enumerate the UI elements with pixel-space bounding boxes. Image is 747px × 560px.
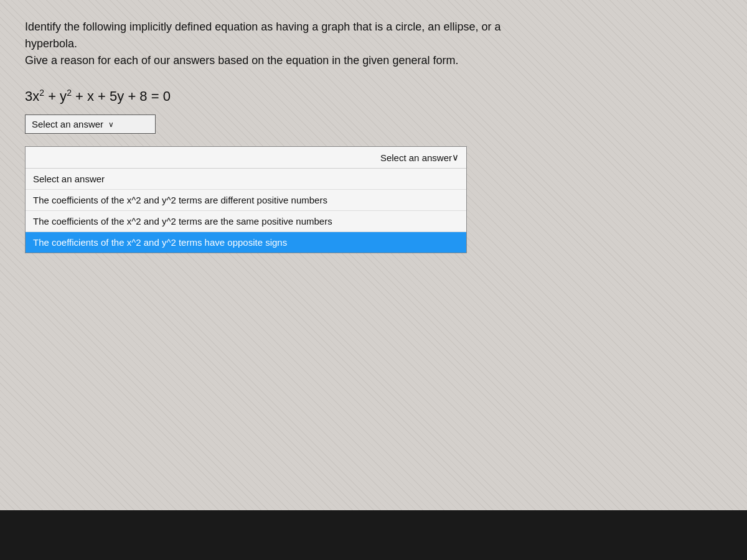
question-line1: Identify the following implicitly define… bbox=[25, 21, 500, 33]
dropdown-item-2-text: The coefficients of the x^2 and y^2 term… bbox=[33, 216, 332, 226]
dropdown-item-2[interactable]: The coefficients of the x^2 and y^2 term… bbox=[26, 211, 466, 232]
dropdown-item-3-text: The coefficients of the x^2 and y^2 term… bbox=[33, 237, 287, 248]
dropdown-item-1-text: The coefficients of the x^2 and y^2 term… bbox=[33, 195, 327, 205]
dropdown-header-row[interactable]: Select an answer ∨ bbox=[26, 147, 466, 169]
select-answer-label: Select an answer bbox=[32, 119, 103, 129]
dropdown-item-0[interactable]: Select an answer bbox=[26, 169, 466, 190]
chevron-down-icon: ∨ bbox=[108, 120, 114, 129]
question-line2: hyperbola. bbox=[25, 37, 77, 50]
question-text: Identify the following implicitly define… bbox=[25, 19, 722, 69]
dropdown-menu: Select an answer ∨ Select an answer The … bbox=[25, 146, 467, 253]
dropdown-item-1[interactable]: The coefficients of the x^2 and y^2 term… bbox=[26, 190, 466, 211]
main-content: Identify the following implicitly define… bbox=[0, 0, 747, 510]
dropdown-header-chevron: ∨ bbox=[452, 152, 459, 163]
select-answer-button[interactable]: Select an answer ∨ bbox=[25, 114, 156, 134]
dropdown-item-3-selected[interactable]: The coefficients of the x^2 and y^2 term… bbox=[26, 232, 466, 253]
dropdown-item-0-text: Select an answer bbox=[33, 174, 105, 184]
dropdown-header-label: Select an answer bbox=[380, 152, 452, 163]
question-line3: Give a reason for each of our answers ba… bbox=[25, 54, 458, 67]
bottom-taskbar bbox=[0, 510, 747, 560]
equation-display: 3x2 + y2 + x + 5y + 8 = 0 bbox=[25, 88, 722, 105]
